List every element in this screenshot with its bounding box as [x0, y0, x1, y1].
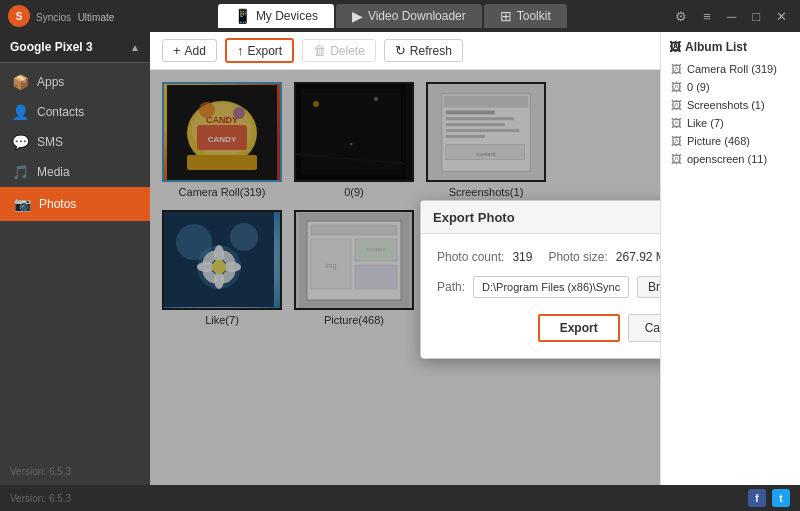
device-arrows[interactable]: ▲: [130, 42, 140, 53]
photo-grid-wrapper: CANDY CANDY Camera Roll(319): [150, 70, 660, 485]
export-icon: ↑: [237, 43, 244, 58]
toolbar: + Add ↑ Export 🗑 Delete ↻ Refresh: [150, 32, 660, 70]
tab-video-downloader[interactable]: ▶ Video Downloader: [336, 4, 482, 28]
album-item-zero[interactable]: 🖼 0 (9): [669, 78, 792, 96]
sms-icon: 💬: [12, 134, 29, 150]
modal-body: Photo count: 319 Photo size: 267.92 MB P…: [421, 234, 660, 358]
modal-info-row: Photo count: 319 Photo size: 267.92 MB: [437, 250, 660, 264]
sidebar-item-contacts[interactable]: 👤 Contacts: [0, 97, 150, 127]
content-area: + Add ↑ Export 🗑 Delete ↻ Refresh: [150, 32, 660, 485]
photos-icon: 📷: [14, 196, 31, 212]
photo-count-value: 319: [512, 250, 532, 264]
path-label: Path:: [437, 280, 465, 294]
album-item-openscreen[interactable]: 🖼 openscreen (11): [669, 150, 792, 168]
delete-button[interactable]: 🗑 Delete: [302, 39, 376, 62]
grid-icon: ⊞: [500, 8, 512, 24]
tab-my-devices[interactable]: 📱 My Devices: [218, 4, 334, 28]
refresh-button[interactable]: ↻ Refresh: [384, 39, 463, 62]
app-logo: S: [8, 5, 30, 27]
album-item-screenshots[interactable]: 🖼 Screenshots (1): [669, 96, 792, 114]
maximize-button[interactable]: □: [747, 7, 765, 26]
sidebar-item-photos[interactable]: 📷 Photos: [0, 187, 150, 221]
browse-button[interactable]: Browse: [637, 276, 660, 298]
album-folder-icon: 🖼: [671, 63, 682, 75]
bottom-bar: Version: 6.5.3 f t: [0, 485, 800, 511]
modal-export-button[interactable]: Export: [538, 314, 620, 342]
modal-path-row: Path: Browse: [437, 276, 660, 298]
export-button[interactable]: ↑ Export: [225, 38, 294, 63]
modal-cancel-button[interactable]: Cancel: [628, 314, 660, 342]
add-icon: +: [173, 43, 181, 58]
photo-size-label: Photo size:: [548, 250, 607, 264]
album-folder-icon-5: 🖼: [671, 135, 682, 147]
sidebar-version: Version: 6.5.3: [0, 458, 150, 485]
sidebar-item-sms[interactable]: 💬 SMS: [0, 127, 150, 157]
album-item-like[interactable]: 🖼 Like (7): [669, 114, 792, 132]
twitter-button[interactable]: t: [772, 489, 790, 507]
modal-footer: Export Cancel: [437, 314, 660, 342]
album-item-camera-roll[interactable]: 🖼 Camera Roll (319): [669, 60, 792, 78]
album-folder-icon-3: 🖼: [671, 99, 682, 111]
title-bar-left: S Syncios Ultimate: [8, 5, 114, 27]
play-icon: ▶: [352, 8, 363, 24]
photo-size-field: Photo size: 267.92 MB: [548, 250, 660, 264]
modal-overlay: Export Photo ✕ Photo count: 319 Photo si…: [150, 70, 660, 485]
photo-size-value: 267.92 MB: [616, 250, 660, 264]
path-input[interactable]: [473, 276, 629, 298]
nav-tabs: 📱 My Devices ▶ Video Downloader ⊞ Toolki…: [218, 4, 567, 28]
close-button[interactable]: ✕: [771, 7, 792, 26]
sidebar-item-media[interactable]: 🎵 Media: [0, 157, 150, 187]
album-list-title: 🖼 Album List: [669, 40, 792, 54]
media-icon: 🎵: [12, 164, 29, 180]
add-button[interactable]: + Add: [162, 39, 217, 62]
album-folder-icon-4: 🖼: [671, 117, 682, 129]
sidebar-item-apps[interactable]: 📦 Apps: [0, 67, 150, 97]
sidebar-items: 📦 Apps 👤 Contacts 💬 SMS 🎵 Media 📷 Photos: [0, 63, 150, 458]
photo-count-field: Photo count: 319: [437, 250, 532, 264]
album-item-picture[interactable]: 🖼 Picture (468): [669, 132, 792, 150]
title-bar: S Syncios Ultimate 📱 My Devices ▶ Video …: [0, 0, 800, 32]
main-layout: Google Pixel 3 ▲ 📦 Apps 👤 Contacts 💬 SMS…: [0, 32, 800, 485]
phone-icon: 📱: [234, 8, 251, 24]
modal-title: Export Photo: [433, 210, 515, 225]
album-list-icon: 🖼: [669, 40, 681, 54]
album-folder-icon-2: 🖼: [671, 81, 682, 93]
social-links: f t: [748, 489, 790, 507]
version-label: Version: 6.5.3: [10, 493, 71, 504]
app-name: Syncios Ultimate: [36, 9, 114, 24]
export-modal: Export Photo ✕ Photo count: 319 Photo si…: [420, 200, 660, 359]
menu-icon[interactable]: ≡: [698, 7, 716, 26]
window-controls: ⚙ ≡ ─ □ ✕: [670, 7, 792, 26]
settings-icon[interactable]: ⚙: [670, 7, 692, 26]
sidebar: Google Pixel 3 ▲ 📦 Apps 👤 Contacts 💬 SMS…: [0, 32, 150, 485]
device-header: Google Pixel 3 ▲: [0, 32, 150, 63]
contacts-icon: 👤: [12, 104, 29, 120]
delete-icon: 🗑: [313, 43, 326, 58]
facebook-button[interactable]: f: [748, 489, 766, 507]
apps-icon: 📦: [12, 74, 29, 90]
tab-toolkit[interactable]: ⊞ Toolkit: [484, 4, 567, 28]
modal-header: Export Photo ✕: [421, 201, 660, 234]
minimize-button[interactable]: ─: [722, 7, 741, 26]
device-name: Google Pixel 3: [10, 40, 93, 54]
right-panel: 🖼 Album List 🖼 Camera Roll (319) 🖼 0 (9)…: [660, 32, 800, 485]
photo-count-label: Photo count:: [437, 250, 504, 264]
refresh-icon: ↻: [395, 43, 406, 58]
album-folder-icon-6: 🖼: [671, 153, 682, 165]
